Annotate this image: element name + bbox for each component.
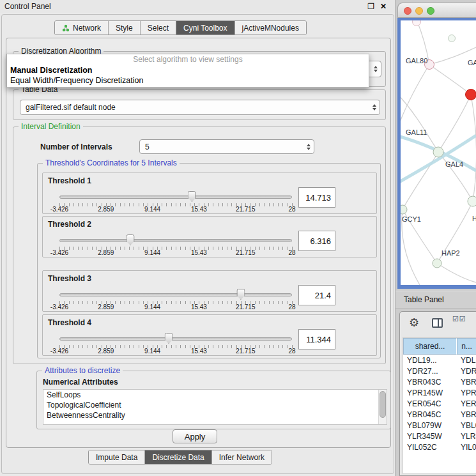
- tab-network-label: Network: [73, 24, 101, 33]
- network-canvas[interactable]: GAL80 GA GAL11 GAL4 GCY1 HAP2 H: [401, 20, 476, 285]
- scale-label: 28: [288, 249, 295, 256]
- scale-label: 15.43: [191, 249, 207, 256]
- threshold-1-value-field[interactable]: [298, 187, 335, 208]
- threshold-3-value-field[interactable]: [298, 285, 335, 305]
- interval-definition-title: Interval Definition: [19, 122, 83, 132]
- scale-label: 9.144: [144, 303, 160, 311]
- popup-item-manual-discretization[interactable]: Manual Discretization: [7, 65, 369, 75]
- tab-impute-data[interactable]: Impute Data: [89, 450, 145, 464]
- cell: YDL1: [457, 356, 476, 365]
- scale-label: 28: [288, 206, 295, 213]
- tab-style-label: Style: [116, 24, 133, 33]
- slider-scale: -3.426 2.859 9.144 15.43 21.715 28: [59, 303, 292, 311]
- scale-label: -3.426: [50, 348, 68, 355]
- close-traffic-light-icon[interactable]: [404, 7, 411, 15]
- tab-discretize-data[interactable]: Discretize Data: [145, 450, 211, 464]
- column-header[interactable]: n...: [457, 338, 476, 355]
- list-scrollbar[interactable]: [378, 390, 387, 424]
- table-panel-title: Table Panel: [404, 295, 444, 304]
- slider-track[interactable]: [59, 293, 292, 296]
- table-row[interactable]: YBR045CYBR0: [403, 409, 476, 420]
- threshold-2-panel: Threshold 2 -3.426 2.859 9.144 15.43 21.…: [42, 216, 377, 257]
- network-icon: [62, 24, 70, 32]
- table-row[interactable]: YDR27...YDR2: [403, 365, 476, 376]
- list-item[interactable]: SelfLoops: [43, 390, 387, 400]
- table-row[interactable]: YBL079WYBL0: [403, 420, 476, 431]
- close-panel-icon[interactable]: ✕: [380, 3, 387, 10]
- cell: YER054C: [403, 399, 457, 408]
- table-row[interactable]: YBR043CYBR0: [403, 376, 476, 387]
- tab-jactive-label: jActiveMNodules: [242, 24, 299, 33]
- table-panel-header: Table Panel: [395, 291, 476, 309]
- dropdown-arrows-icon: [374, 66, 378, 72]
- tab-style[interactable]: Style: [109, 21, 141, 35]
- threshold-1-slider[interactable]: [59, 191, 292, 203]
- slider-track[interactable]: [59, 239, 292, 242]
- scale-label: 9.144: [144, 348, 160, 355]
- tab-jactivemnodules[interactable]: jActiveMNodules: [235, 21, 306, 35]
- scale-label: 2.859: [98, 303, 114, 311]
- slider-thumb[interactable]: [188, 191, 196, 202]
- table-row[interactable]: YIL052CYIL0: [403, 441, 476, 452]
- list-item[interactable]: TopologicalCoefficient: [43, 400, 387, 410]
- minimize-traffic-light-icon[interactable]: [415, 7, 423, 15]
- float-panel-icon[interactable]: ❐: [367, 3, 374, 10]
- table-row[interactable]: YER054CYER0: [403, 398, 476, 409]
- scrollbar-thumb[interactable]: [380, 391, 386, 418]
- tab-cyni-toolbox[interactable]: Cyni Toolbox: [176, 21, 234, 35]
- table-data-combo-value: galFiltered.sif default node: [26, 103, 116, 112]
- tab-select[interactable]: Select: [141, 21, 176, 35]
- list-item[interactable]: BetweennessCentrality: [43, 410, 387, 420]
- cell: YBR045C: [403, 410, 457, 419]
- network-graph: [401, 20, 476, 285]
- table-row[interactable]: YDL19...YDL1: [403, 355, 476, 365]
- cell: YBR0: [457, 410, 476, 419]
- tab-infer-label: Infer Network: [219, 453, 265, 462]
- select-columns-checkboxes-icon[interactable]: ☑☑: [452, 315, 466, 323]
- slider-thumb[interactable]: [127, 234, 135, 245]
- right-area: GAL80 GA GAL11 GAL4 GCY1 HAP2 H Table Pa…: [395, 0, 476, 476]
- table-row[interactable]: YLR345WYLR3: [403, 431, 476, 441]
- columns-icon[interactable]: [432, 318, 443, 328]
- scale-label: 28: [288, 348, 295, 355]
- scale-label: -3.426: [50, 303, 68, 311]
- threshold-3-slider[interactable]: [59, 289, 292, 300]
- threshold-4-slider[interactable]: [59, 333, 292, 344]
- table-header-row: shared... n...: [403, 338, 476, 355]
- dropdown-arrows-icon: [307, 144, 311, 150]
- threshold-2-value-field[interactable]: [298, 231, 335, 251]
- threshold-3-label: Threshold 3: [48, 274, 91, 283]
- scale-label: 2.859: [98, 348, 114, 355]
- numerical-attributes-list: SelfLoops TopologicalCoefficient Between…: [43, 389, 387, 425]
- scale-label: -3.426: [50, 206, 68, 213]
- slider-thumb[interactable]: [236, 289, 245, 300]
- scale-label: 15.43: [191, 348, 207, 355]
- number-of-intervals-combo[interactable]: 5: [139, 139, 314, 154]
- zoom-traffic-light-icon[interactable]: [427, 7, 434, 15]
- slider-thumb[interactable]: [165, 333, 173, 344]
- apply-button[interactable]: Apply: [173, 429, 217, 443]
- threshold-3-panel: Threshold 3 -3.426 2.859 9.144 15.43 21.…: [42, 270, 377, 312]
- bottom-tab-strip: Impute Data Discretize Data Infer Networ…: [88, 450, 272, 464]
- tab-infer-network[interactable]: Infer Network: [212, 450, 272, 464]
- slider-track[interactable]: [59, 337, 292, 341]
- threshold-2-slider[interactable]: [59, 234, 292, 246]
- threshold-4-label: Threshold 4: [48, 318, 91, 327]
- network-window-titlebar: [397, 3, 476, 18]
- slider-scale: -3.426 2.859 9.144 15.43 21.715 28: [59, 249, 292, 257]
- tab-discretize-label: Discretize Data: [152, 453, 204, 462]
- table-row[interactable]: YPR145WYPR1: [403, 387, 476, 398]
- scale-label: 2.859: [98, 206, 114, 213]
- popup-item-equal-width-frequency[interactable]: Equal Width/Frequency Discretization: [7, 75, 369, 86]
- threshold-4-value-field[interactable]: [298, 329, 335, 349]
- column-header[interactable]: shared...: [403, 338, 457, 355]
- gear-icon[interactable]: ⚙: [409, 315, 419, 330]
- cell: YLR3: [457, 432, 476, 441]
- attributes-group-title: Attributes to discretize: [42, 366, 123, 376]
- network-view-frame: GAL80 GA GAL11 GAL4 GCY1 HAP2 H: [397, 18, 476, 289]
- slider-track[interactable]: [59, 196, 292, 199]
- table-data-combo[interactable]: galFiltered.sif default node: [20, 100, 380, 115]
- tab-network[interactable]: Network: [55, 21, 109, 35]
- slider-scale: -3.426 2.859 9.144 15.43 21.715 28: [59, 206, 292, 213]
- scale-label: 21.715: [236, 249, 256, 256]
